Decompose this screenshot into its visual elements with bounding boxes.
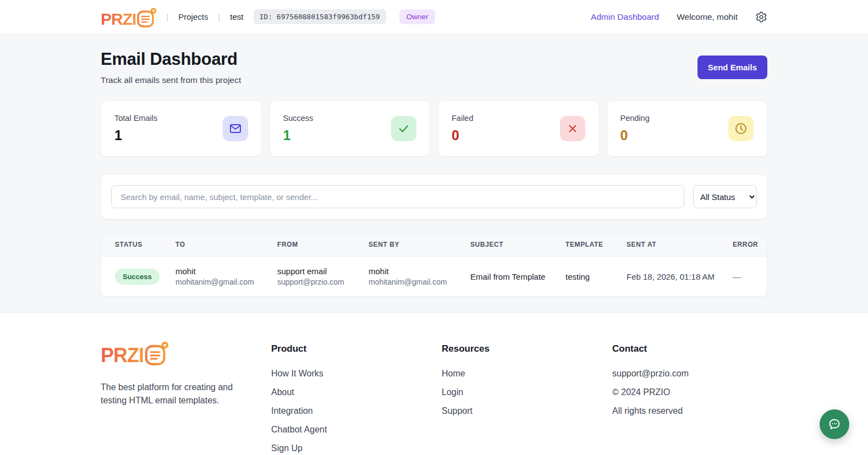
footer-link-sign-up[interactable]: Sign Up [271, 443, 442, 453]
col-header-error: ERROR [733, 233, 767, 257]
table-header-row: STATUS TO FROM SENT BY SUBJECT TEMPLATE … [101, 233, 767, 257]
footer-brand-logo[interactable]: PRZI [101, 340, 271, 365]
page-subtitle: Track all emails sent from this project [101, 75, 241, 85]
top-navigation-bar: PRZI | [0, 0, 868, 34]
emails-table: STATUS TO FROM SENT BY SUBJECT TEMPLATE … [101, 233, 767, 296]
footer-link-support[interactable]: Support [442, 406, 612, 416]
sent-by-email: mohitanim@gmail.com [369, 278, 466, 286]
stat-card-failed: Failed 0 [438, 101, 599, 157]
footer-copyright: © 2024 PRZIO [612, 387, 767, 397]
stat-card-pending: Pending 0 [607, 101, 768, 157]
footer-heading-contact: Contact [612, 343, 767, 354]
stat-label: Success [283, 114, 314, 123]
main-content: Email Dashboard Track all emails sent fr… [0, 34, 868, 312]
status-badge: Success [115, 269, 160, 285]
stat-label: Total Emails [114, 114, 157, 123]
col-header-from: FROM [277, 233, 369, 257]
mail-icon [223, 116, 248, 141]
stat-value: 1 [283, 127, 314, 143]
table-row[interactable]: Success mohit mohitanim@gmail.com suppor… [101, 257, 767, 297]
stat-card-success: Success 1 [270, 101, 431, 157]
footer-link-how-it-works[interactable]: How It Works [271, 369, 442, 379]
stat-label: Failed [452, 114, 474, 123]
footer-link-chatbot-agent[interactable]: Chatbot Agent [271, 425, 442, 435]
gear-icon[interactable] [755, 11, 767, 23]
col-header-subject: SUBJECT [470, 233, 565, 257]
check-icon [391, 116, 416, 141]
admin-dashboard-link[interactable]: Admin Dashboard [591, 12, 659, 22]
to-name: mohit [175, 267, 273, 276]
search-input[interactable] [111, 185, 684, 208]
col-header-template: TEMPLATE [565, 233, 627, 257]
emails-table-card: STATUS TO FROM SENT BY SUBJECT TEMPLATE … [101, 232, 767, 297]
footer-column-resources: Resources Home Login Support [442, 340, 612, 455]
error-cell: — [733, 257, 767, 297]
page-title: Email Dashboard [101, 49, 241, 69]
footer-heading-resources: Resources [442, 343, 612, 354]
chat-button[interactable] [820, 409, 849, 439]
col-header-sent-by: SENT BY [369, 233, 470, 257]
filter-bar: All Status [101, 174, 767, 219]
stat-value: 0 [620, 127, 650, 143]
divider: | [218, 12, 220, 21]
clock-icon [728, 116, 754, 141]
brand-logo-text: PRZI [101, 11, 136, 27]
sent-at-cell: Feb 18, 2026, 01:18 AM [627, 257, 733, 297]
col-header-to: TO [175, 233, 277, 257]
nav-projects-link[interactable]: Projects [178, 12, 208, 21]
stat-value: 1 [114, 127, 157, 143]
footer-brand-document-icon [144, 340, 168, 365]
footer-column-contact: Contact support@przio.com © 2024 PRZIO A… [612, 340, 767, 455]
footer-brand-logo-text: PRZI [101, 346, 144, 365]
chat-bubble-icon [827, 417, 842, 431]
col-header-status: STATUS [101, 233, 175, 257]
footer-link-login[interactable]: Login [442, 387, 612, 397]
footer-brand: PRZI The [101, 340, 271, 455]
footer-tagline: The best platform for creating and testi… [101, 381, 255, 407]
brand-document-icon [136, 7, 156, 27]
x-icon [560, 116, 585, 141]
stat-value: 0 [452, 127, 474, 143]
to-email: mohitanim@gmail.com [175, 278, 273, 286]
template-cell: testing [565, 257, 627, 297]
stats-row: Total Emails 1 Success 1 [101, 101, 767, 157]
stat-label: Pending [620, 114, 650, 123]
col-header-sent-at: SENT AT [627, 233, 733, 257]
footer-column-product: Product How It Works About Integration C… [271, 340, 442, 455]
subject-cell: Email from Template [470, 257, 565, 297]
footer-contact-email: support@przio.com [612, 369, 767, 379]
footer-link-home[interactable]: Home [442, 369, 612, 379]
status-filter-select[interactable]: All Status [693, 185, 757, 208]
sent-by-name: mohit [369, 267, 466, 276]
divider: | [166, 12, 168, 21]
welcome-text: Welcome, mohit [677, 12, 738, 22]
footer-link-about[interactable]: About [271, 387, 442, 397]
send-emails-button[interactable]: Send Emails [697, 56, 767, 79]
role-badge: Owner [399, 9, 436, 24]
project-id-badge: ID: 6975608801583f9963bdf159 [254, 9, 386, 24]
project-name: test [230, 12, 243, 21]
from-email: support@przio.com [277, 278, 364, 286]
brand-logo[interactable]: PRZI [101, 7, 156, 27]
footer-rights: All rights reserved [612, 406, 767, 416]
from-name: support email [277, 267, 364, 276]
footer-link-integration[interactable]: Integration [271, 406, 442, 416]
stat-card-total-emails: Total Emails 1 [101, 101, 262, 157]
page-footer: PRZI The [0, 312, 868, 455]
footer-heading-product: Product [271, 343, 442, 354]
